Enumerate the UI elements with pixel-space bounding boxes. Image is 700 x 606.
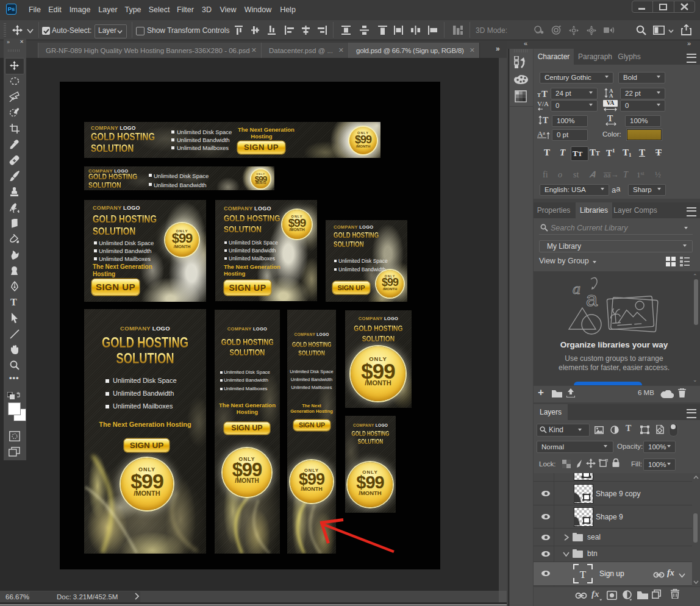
svg-text:a: a [586, 287, 598, 310]
svg-text:T: T [537, 92, 541, 98]
svg-text:T: T [580, 569, 587, 580]
svg-text:T: T [543, 116, 549, 125]
svg-text:T: T [607, 115, 613, 123]
svg-text:A: A [609, 93, 613, 98]
svg-text:a: a [573, 280, 580, 298]
svg-text:a: a [543, 130, 545, 136]
svg-text:V/A: V/A [537, 100, 549, 107]
svg-text:T: T [541, 89, 548, 98]
